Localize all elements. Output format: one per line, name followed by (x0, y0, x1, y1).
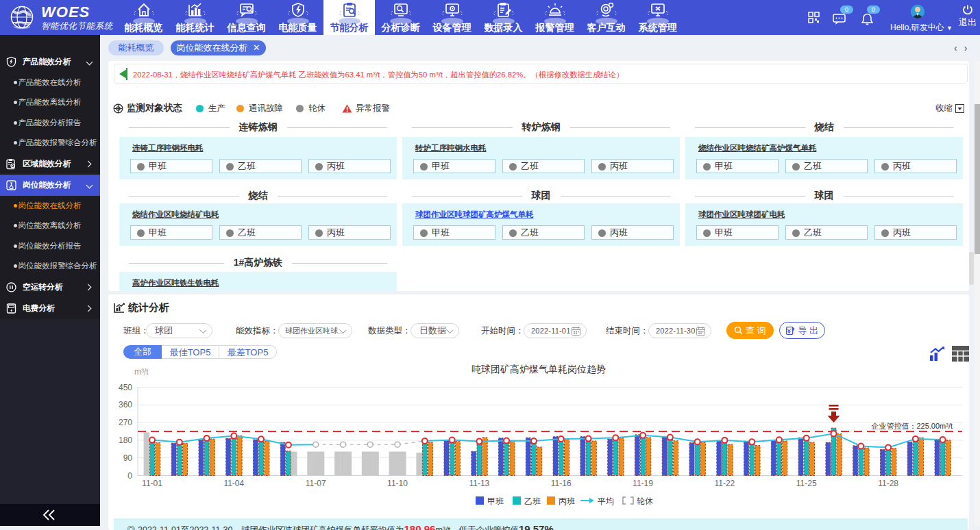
svg-text:丙班: 丙班 (559, 496, 575, 506)
svg-text:轮休: 轮休 (637, 496, 653, 506)
svg-text:11-22: 11-22 (714, 479, 735, 488)
svg-text:11-10: 11-10 (387, 479, 408, 488)
svg-text:平均: 平均 (598, 496, 614, 506)
svg-text:90: 90 (123, 453, 133, 463)
svg-text:0: 0 (127, 471, 132, 481)
svg-text:11-25: 11-25 (796, 479, 817, 488)
svg-text:乙班: 乙班 (524, 496, 541, 506)
svg-text:11-01: 11-01 (142, 479, 162, 488)
svg-text:11-19: 11-19 (633, 479, 653, 488)
svg-text:11-16: 11-16 (551, 479, 572, 488)
svg-text:180: 180 (119, 436, 132, 445)
svg-text:270: 270 (119, 418, 132, 427)
svg-text:11-28: 11-28 (878, 479, 898, 488)
svg-text:企业管控值：225.00m³/t: 企业管控值：225.00m³/t (870, 422, 953, 430)
svg-text:360: 360 (119, 400, 132, 409)
svg-text:450: 450 (119, 383, 132, 392)
svg-text:11-07: 11-07 (306, 479, 326, 488)
svg-text:11-13: 11-13 (469, 479, 489, 488)
svg-text:甲班: 甲班 (487, 496, 504, 506)
svg-text:11-04: 11-04 (223, 479, 244, 488)
